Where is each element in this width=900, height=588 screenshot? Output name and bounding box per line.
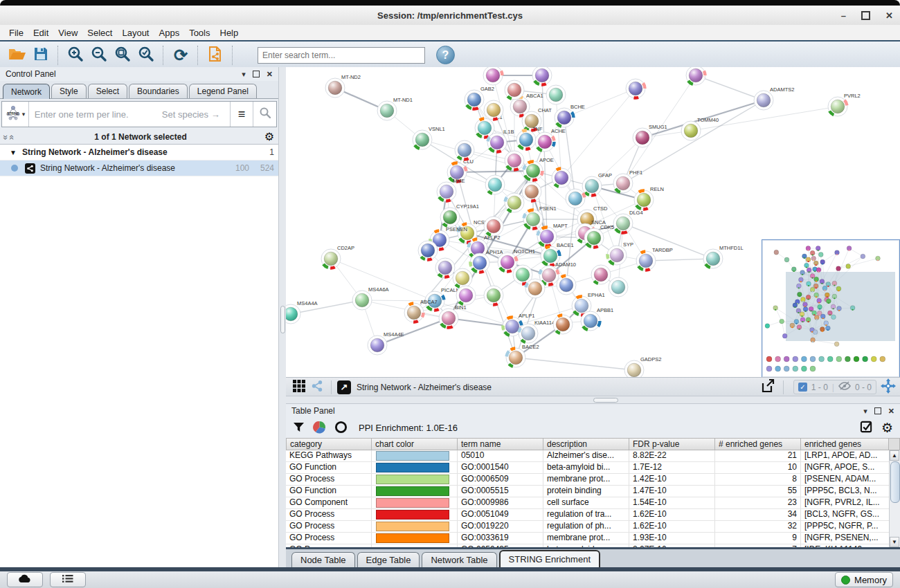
menu-apps[interactable]: Apps xyxy=(154,26,185,39)
column-header-FDR-p-value[interactable]: FDR p-value xyxy=(629,438,715,450)
help-button[interactable]: ? xyxy=(436,46,455,64)
splitter-grip[interactable] xyxy=(280,306,285,333)
network-node[interactable] xyxy=(626,79,645,98)
minimize-button[interactable]: – xyxy=(841,10,846,21)
network-row[interactable]: String Network - Alzheimer's disease 100… xyxy=(0,160,278,176)
network-node[interactable]: GFAP xyxy=(582,172,612,196)
network-node[interactable]: GADPS2 xyxy=(624,356,661,377)
panel-float-button[interactable]: ▾ xyxy=(863,407,867,416)
network-node[interactable]: MT-ND2 xyxy=(325,74,361,98)
menu-tools[interactable]: Tools xyxy=(184,26,215,39)
network-node[interactable] xyxy=(552,168,571,187)
close-button[interactable]: ✕ xyxy=(885,10,893,21)
window-titlebar[interactable]: Session: /tmp/enrichmentTest.cys xyxy=(0,6,900,26)
task-history-button[interactable] xyxy=(50,572,86,587)
column-header-category[interactable]: category xyxy=(286,438,372,450)
network-node[interactable]: PSEN1 xyxy=(523,205,557,229)
zoom-selected-button[interactable] xyxy=(134,45,158,66)
panel-undock-button[interactable] xyxy=(253,71,260,77)
zoom-in-button[interactable] xyxy=(64,45,87,66)
network-collection-row[interactable]: ▼ String Network - Alzheimer's disease 1 xyxy=(0,145,278,160)
panel-close-button[interactable]: ✕ xyxy=(888,407,894,416)
network-node[interactable] xyxy=(609,277,628,297)
network-node[interactable] xyxy=(456,286,476,305)
network-node[interactable] xyxy=(483,67,503,85)
filter-icon[interactable] xyxy=(293,421,305,435)
search-input[interactable] xyxy=(258,47,425,64)
column-header-description[interactable]: description xyxy=(543,438,629,450)
memory-button[interactable]: Memory xyxy=(835,572,893,587)
export-network-icon[interactable] xyxy=(760,378,775,396)
network-node[interactable] xyxy=(418,241,438,260)
menu-help[interactable]: Help xyxy=(215,26,244,39)
gear-icon[interactable]: ⚙ xyxy=(264,131,274,143)
table-row[interactable]: GO FunctionGO:0005515protein binding1.47… xyxy=(286,486,890,497)
table-row[interactable]: KEGG Pathways05010Alzheimer's dise...8.8… xyxy=(286,450,890,462)
network-node[interactable] xyxy=(566,189,585,208)
network-node[interactable]: SMUG1 xyxy=(633,124,667,147)
tab-string-enrichment[interactable]: STRING Enrichment xyxy=(499,550,600,569)
collapse-all-icon[interactable]: « xyxy=(7,135,17,138)
network-node[interactable]: ABCA7 xyxy=(404,299,438,322)
network-node[interactable] xyxy=(686,67,705,85)
network-node[interactable] xyxy=(525,279,545,298)
column-header-enriched-genes[interactable]: enriched genes xyxy=(801,438,889,450)
maximize-button[interactable] xyxy=(861,11,870,20)
network-node[interactable]: SYP xyxy=(607,241,633,265)
table-row[interactable]: GO ProcessGO:0050435beta-amyloid m...2.0… xyxy=(286,544,890,549)
table-row[interactable]: GO ProcessGO:0051049regulation of tra...… xyxy=(286,509,890,521)
column-header-term-name[interactable]: term name xyxy=(458,438,543,450)
panel-undock-button[interactable] xyxy=(874,407,881,414)
refresh-button[interactable]: ⟳ xyxy=(169,45,192,66)
network-node[interactable] xyxy=(591,265,611,284)
network-node[interactable] xyxy=(505,193,524,212)
scroll-up-arrow[interactable]: ▲ xyxy=(890,450,899,461)
network-node[interactable] xyxy=(484,286,503,305)
share-network-icon[interactable] xyxy=(311,380,323,394)
network-node[interactable]: BACE2 xyxy=(506,344,539,367)
network-node[interactable] xyxy=(453,268,472,288)
network-node[interactable]: RELN xyxy=(634,186,664,210)
set-species-hint[interactable]: Set species → xyxy=(162,109,220,120)
scroll-down-arrow[interactable]: ▼ xyxy=(890,537,899,547)
network-node[interactable] xyxy=(455,140,474,160)
tab-boundaries[interactable]: Boundaries xyxy=(129,84,188,98)
tab-edge-table[interactable]: Edge Table xyxy=(357,552,420,568)
splitter-grip[interactable] xyxy=(593,398,618,403)
selected-checkbox-icon[interactable]: ✓ xyxy=(798,383,807,392)
string-options-button[interactable]: ≡ xyxy=(230,102,253,127)
menu-edit[interactable]: Edit xyxy=(28,26,53,39)
network-node[interactable]: CD2AP xyxy=(321,245,354,268)
network-node[interactable]: MTHFD1L xyxy=(703,245,744,268)
open-session-button[interactable] xyxy=(6,45,29,66)
tab-network-table[interactable]: Network Table xyxy=(422,552,496,568)
network-node[interactable]: PVRL2 xyxy=(828,93,861,116)
network-node[interactable] xyxy=(435,258,455,277)
pie-chart-icon[interactable] xyxy=(313,421,326,436)
panel-close-button[interactable]: ✕ xyxy=(267,70,273,79)
zoom-out-button[interactable] xyxy=(87,45,111,66)
network-node[interactable] xyxy=(553,315,573,334)
birds-eye-view[interactable] xyxy=(762,239,900,377)
network-node[interactable] xyxy=(485,175,505,194)
network-node[interactable] xyxy=(557,275,576,295)
network-node[interactable]: MS4A4E xyxy=(368,331,404,355)
network-node[interactable]: BIN1 xyxy=(439,304,467,328)
column-header-chart-color[interactable]: chart color xyxy=(372,438,458,450)
network-node[interactable]: PHF1 xyxy=(613,169,642,193)
import-network-button[interactable] xyxy=(204,45,227,66)
table-row[interactable]: GO ProcessGO:0033619membrane prot...1.93… xyxy=(286,533,890,544)
string-query-input[interactable] xyxy=(29,109,162,120)
network-node[interactable]: MT-ND1 xyxy=(377,97,413,120)
network-node[interactable]: ADAMTS2 xyxy=(754,86,794,110)
open-in-browser-button[interactable]: ↗ xyxy=(337,380,351,394)
network-node[interactable]: APOE xyxy=(523,157,554,181)
string-source-selector[interactable]: STRING ▾ xyxy=(2,102,29,127)
network-node[interactable]: VSNL1 xyxy=(413,126,445,149)
network-node[interactable] xyxy=(505,80,524,100)
tab-style[interactable]: Style xyxy=(51,84,87,98)
network-node[interactable] xyxy=(484,100,503,120)
string-search-button[interactable] xyxy=(253,102,276,127)
network-node[interactable] xyxy=(522,182,541,201)
ring-chart-icon[interactable] xyxy=(334,421,348,436)
